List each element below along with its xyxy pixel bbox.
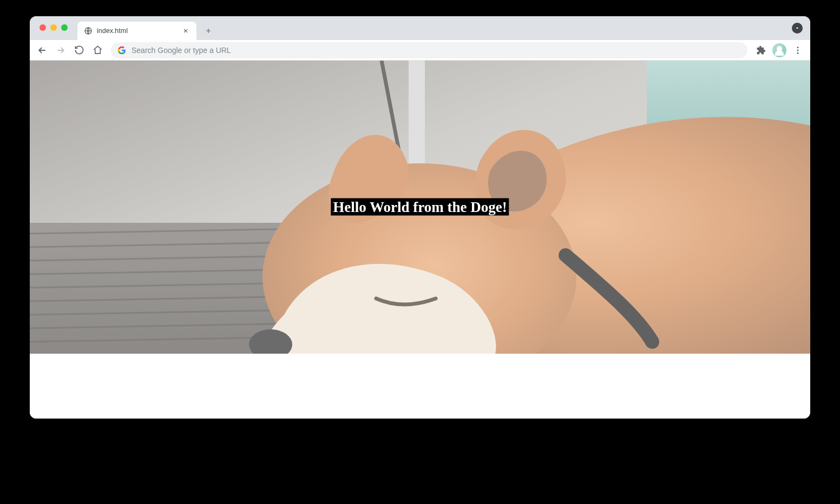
tabs: index.html	[77, 16, 216, 40]
tab-active[interactable]: index.html	[77, 22, 196, 40]
back-button[interactable]	[34, 42, 50, 58]
close-icon[interactable]	[181, 26, 190, 35]
browser-window: index.html	[30, 16, 810, 419]
svg-point-1	[797, 47, 799, 48]
home-button[interactable]	[89, 42, 106, 58]
window-controls	[40, 24, 68, 31]
tab-bar: index.html	[30, 16, 810, 40]
hero-heading: Hello World from the Doge!	[331, 198, 509, 216]
chevron-down-icon[interactable]	[792, 23, 803, 34]
omnibox-input[interactable]	[132, 46, 741, 55]
hero-section: Hello World from the Doge!	[30, 61, 810, 354]
profile-avatar[interactable]	[772, 43, 786, 57]
address-bar[interactable]	[111, 42, 747, 58]
window-close-button[interactable]	[40, 24, 46, 31]
window-minimize-button[interactable]	[50, 24, 57, 31]
svg-point-3	[797, 52, 799, 54]
globe-icon	[84, 26, 93, 35]
page-viewport: Hello World from the Doge!	[30, 61, 810, 419]
window-fullscreen-button[interactable]	[61, 24, 68, 31]
menu-button[interactable]	[790, 42, 806, 58]
google-icon	[117, 46, 126, 55]
forward-button[interactable]	[52, 42, 69, 58]
svg-point-2	[797, 49, 799, 51]
toolbar	[30, 40, 810, 61]
reload-button[interactable]	[71, 42, 87, 58]
new-tab-button[interactable]	[201, 23, 216, 38]
hero-heading-wrap: Hello World from the Doge!	[331, 199, 509, 216]
extensions-button[interactable]	[753, 42, 769, 58]
tab-title: index.html	[97, 27, 177, 35]
